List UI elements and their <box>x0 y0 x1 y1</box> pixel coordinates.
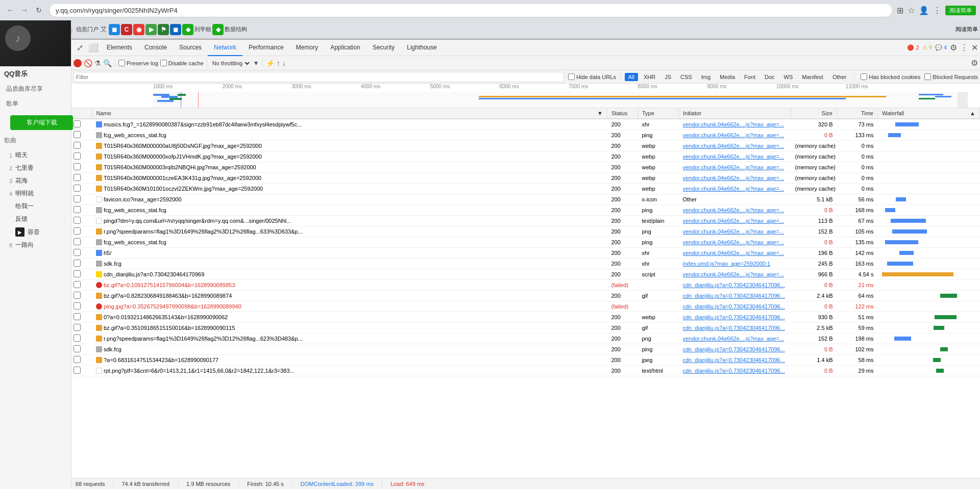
filter-type-js[interactable]: JS <box>661 73 675 81</box>
initiator-link[interactable]: vendor.chunk.04e662e....js?max_age=... <box>683 228 787 235</box>
profile-icon[interactable]: 👤 <box>919 6 929 15</box>
tab-console[interactable]: Console <box>138 40 173 56</box>
tab-network[interactable]: Network <box>208 40 242 56</box>
timeline-scroll-handle[interactable] <box>958 92 968 108</box>
initiator-link[interactable]: vendor.chunk.04e662e....js?max_age=... <box>683 250 787 256</box>
filter-type-media[interactable]: Media <box>716 73 739 81</box>
list-item[interactable]: 1 晴天 <box>0 149 71 162</box>
table-row[interactable]: fcg_web_access_stat.fcg 200 ping vendor.… <box>71 237 980 248</box>
th-size[interactable]: Size <box>791 108 837 119</box>
hide-data-urls-checkbox[interactable] <box>568 73 575 80</box>
table-row[interactable]: favicon.ico?max_age=2592000 200 x-icon O… <box>71 194 980 205</box>
list-item[interactable]: 3 花海 <box>0 174 71 187</box>
app-label-school[interactable]: 到学校 <box>194 25 211 33</box>
blocked-requests-checkbox[interactable] <box>924 73 931 80</box>
app-icon-red2[interactable]: ◉ <box>133 24 144 35</box>
table-row[interactable]: rpt.png?plf=3&cnt=6&r0=1413,21,1&r1=1415… <box>71 366 980 376</box>
close-devtools-icon[interactable]: ✕ <box>971 43 978 53</box>
list-item[interactable]: 反馈 ⋮ <box>0 213 71 225</box>
initiator-link[interactable]: cdn_dianjiliu.js?a=0.730423046417096... <box>683 282 787 288</box>
app-icon-green[interactable]: ▶ <box>145 24 157 35</box>
table-row[interactable]: cdn_dianjiliu.js?a=0.7304230464170969 20… <box>71 269 980 280</box>
list-item[interactable]: ▶ 容音 <box>0 225 71 239</box>
bookmark-icon[interactable]: ☆ <box>908 6 915 15</box>
initiator-link[interactable]: vendor.chunk.04e662e....js?max_age=... <box>683 132 787 138</box>
th-type[interactable]: Type <box>638 108 679 119</box>
app-icon-wechat[interactable]: ◆ <box>182 24 193 35</box>
filter-type-font[interactable]: Font <box>741 73 759 81</box>
app-icon-blue1[interactable]: ◼ <box>109 24 120 35</box>
download-icon[interactable]: ↓ <box>282 59 286 67</box>
disable-cache-label[interactable]: Disable cache <box>160 60 204 66</box>
row-checkbox[interactable] <box>74 185 81 192</box>
table-row[interactable]: bz.gif?a=0.8282306849188463&b=1628990089… <box>71 291 980 301</box>
record-button[interactable] <box>74 59 82 67</box>
th-name[interactable]: Name ▼ <box>92 108 607 119</box>
table-row[interactable]: T015R640x360M000000xofpJ1VHmdK.jpg?max_a… <box>71 151 980 162</box>
app-icon-ds[interactable]: ◆ <box>212 24 224 35</box>
initiator-link[interactable]: cdn_dianjiliu.js?a=0.730423046417096... <box>683 293 787 299</box>
table-row[interactable]: musics.fcg?_=1628990080387&sign=zzb91eb8… <box>71 119 980 130</box>
row-checkbox[interactable] <box>74 238 81 245</box>
table-row[interactable]: fcg_web_access_stat.fcg 200 ping vendor.… <box>71 130 980 141</box>
initiator-link[interactable]: cdn_dianjiliu.js?a=0.730423046417096... <box>683 325 787 331</box>
search-button[interactable]: 🔍 <box>103 59 112 67</box>
row-checkbox[interactable] <box>74 324 81 331</box>
initiator-link[interactable]: vendor.chunk.04e662e....js?max_age=... <box>683 121 787 127</box>
more-options-icon[interactable]: ⋮ <box>960 43 968 53</box>
row-checkbox[interactable] <box>74 334 81 342</box>
row-checkbox[interactable] <box>74 281 81 288</box>
th-time[interactable]: Time <box>837 108 878 119</box>
initiator-link[interactable]: vendor.chunk.04e662e....js?max_age=... <box>683 218 787 224</box>
row-checkbox[interactable] <box>74 152 81 160</box>
row-checkbox[interactable] <box>74 313 81 320</box>
initiator-link[interactable]: cdn_dianjiliu.js?a=0.730423046417096... <box>683 303 787 310</box>
preserve-log-checkbox[interactable] <box>118 60 125 66</box>
filter-type-all[interactable]: All <box>625 73 638 81</box>
initiator-link[interactable]: vendor.chunk.04e662e....js?max_age=... <box>683 143 787 149</box>
error-badge[interactable]: 🔴 2 <box>907 44 919 51</box>
table-row[interactable]: pingd?dm=y.qq.com&url=/n/ryqq/singer&rdm… <box>71 216 980 226</box>
throttle-dropdown-icon[interactable]: ▼ <box>253 60 259 67</box>
back-button[interactable]: ← <box>4 4 16 16</box>
hide-data-urls-label[interactable]: Hide data URLs <box>568 73 616 80</box>
reading-mode-btn[interactable]: 阅读简单 <box>955 25 978 33</box>
tab-elements[interactable]: Elements <box>101 40 138 56</box>
table-row[interactable]: T015R640x360M101001oczvI2ZEKWm.jpg?max_a… <box>71 184 980 194</box>
filter-type-ws[interactable]: WS <box>780 73 797 81</box>
table-row[interactable]: r.png?speedparams=flag1%3D1649%26flag2%3… <box>71 226 980 237</box>
filter-type-img[interactable]: Img <box>698 73 714 81</box>
download-button[interactable]: 客户端下载 <box>10 115 73 130</box>
row-checkbox[interactable] <box>74 249 81 256</box>
filter-type-doc[interactable]: Doc <box>761 73 778 81</box>
table-row[interactable]: sdk.fcg 200 ping cdn_dianjiliu.js?a=0.73… <box>71 344 980 355</box>
table-row[interactable]: bz.gif?a=0.10912751415796004&b=162899008… <box>71 280 980 291</box>
devtools-dock-button[interactable]: ⤢ <box>74 43 86 53</box>
row-checkbox[interactable] <box>74 227 81 235</box>
tab-performance[interactable]: Performance <box>242 40 290 56</box>
upload-icon[interactable]: ↑ <box>277 59 280 67</box>
filter-type-manifest[interactable]: Manifest <box>798 73 827 81</box>
list-item[interactable]: 给我一 <box>0 200 71 213</box>
row-checkbox[interactable] <box>74 367 81 374</box>
table-row[interactable]: ?a=0.6831614751534423&b=1628990090177 20… <box>71 355 980 366</box>
tab-lighthouse[interactable]: Lighthouse <box>401 40 443 56</box>
table-row[interactable]: r.png?speedparams=flag1%3D1649%26flag2%3… <box>71 333 980 344</box>
app-icon-yi[interactable]: 艾 <box>100 24 108 35</box>
row-checkbox[interactable] <box>74 131 81 138</box>
row-checkbox[interactable] <box>74 174 81 181</box>
initiator-link[interactable]: vendor.chunk.04e662e....js?max_age=... <box>683 164 787 170</box>
throttle-select[interactable]: No throttling <box>210 60 251 67</box>
row-checkbox[interactable] <box>74 206 81 213</box>
app-icon-green2[interactable]: ⚑ <box>158 24 169 35</box>
table-row[interactable]: sdk.fcg 200 xhr index.umd.js?max_age=259… <box>71 259 980 269</box>
initiator-link[interactable]: vendor.chunk.04e662e....js?max_age=... <box>683 186 787 192</box>
settings-network-icon[interactable]: ⚙ <box>971 58 978 68</box>
table-row[interactable]: bz.gif?a=0.35109186515150016&b=162899009… <box>71 323 980 333</box>
left-item-library[interactable]: 品质曲库尽享 <box>0 82 71 96</box>
initiator-link[interactable]: vendor.chunk.04e662e....js?max_age=... <box>683 175 787 181</box>
row-checkbox[interactable] <box>74 292 81 299</box>
clear-button[interactable]: 🚫 <box>84 59 92 67</box>
tab-application[interactable]: Application <box>324 40 366 56</box>
left-item-playlist[interactable]: 歌单 <box>0 96 71 111</box>
